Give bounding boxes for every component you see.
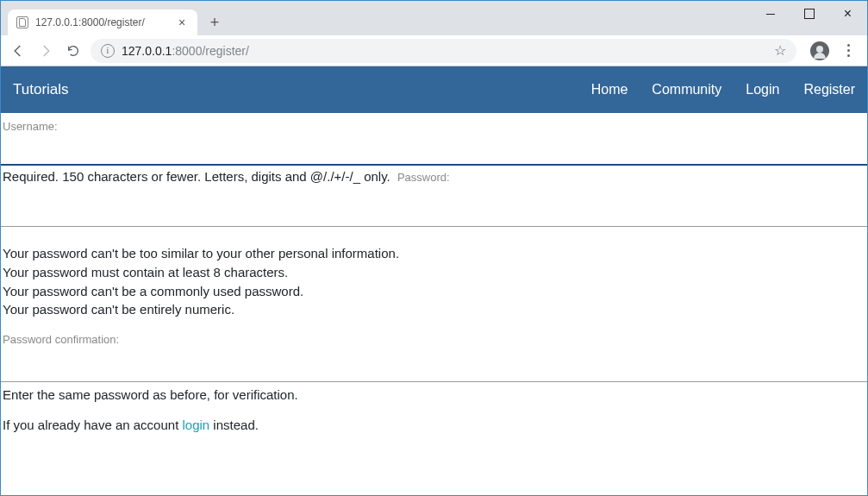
password-input[interactable] xyxy=(1,196,867,227)
browser-toolbar: i 127.0.0.1:8000/register/ ☆ xyxy=(1,35,867,66)
brand[interactable]: Tutorials xyxy=(13,81,69,98)
forward-button[interactable] xyxy=(35,41,56,61)
site-navbar: Tutorials Home Community Login Register xyxy=(1,66,867,113)
close-tab-icon[interactable]: × xyxy=(175,16,189,29)
nav-home[interactable]: Home xyxy=(591,82,628,97)
reload-button[interactable] xyxy=(63,41,84,61)
nav-community[interactable]: Community xyxy=(652,82,721,97)
site-info-icon[interactable]: i xyxy=(101,44,115,58)
login-link[interactable]: login xyxy=(182,418,209,432)
page-icon xyxy=(16,16,28,28)
maximize-button[interactable] xyxy=(790,1,828,27)
menu-icon[interactable] xyxy=(840,44,857,57)
close-window-button[interactable]: × xyxy=(828,1,867,27)
password-rule: Your password can't be a commonly used p… xyxy=(3,282,865,301)
title-bar: 127.0.0.1:8000/register/ × + × xyxy=(1,1,867,35)
nav-register[interactable]: Register xyxy=(803,82,855,97)
password-rules: Your password can't be too similar to yo… xyxy=(1,227,867,331)
page-content: Tutorials Home Community Login Register … xyxy=(1,66,867,495)
password-rule: Your password can't be entirely numeric. xyxy=(3,300,865,319)
password-confirm-help: Enter the same password as before, for v… xyxy=(1,382,867,407)
password-confirm-label: Password confirmation: xyxy=(1,331,867,348)
new-tab-button[interactable]: + xyxy=(203,10,227,35)
back-button[interactable] xyxy=(8,41,28,61)
address-bar[interactable]: i 127.0.0.1:8000/register/ ☆ xyxy=(91,39,796,63)
browser-tab[interactable]: 127.0.0.1:8000/register/ × xyxy=(8,9,197,35)
nav-login[interactable]: Login xyxy=(746,82,779,97)
url-text: 127.0.0.1:8000/register/ xyxy=(122,44,767,58)
tab-title: 127.0.0.1:8000/register/ xyxy=(35,16,168,28)
minimize-button[interactable] xyxy=(751,1,790,27)
password-confirm-input[interactable] xyxy=(1,351,867,382)
username-label: Username: xyxy=(1,118,867,135)
password-rule: Your password must contain at least 8 ch… xyxy=(3,263,865,282)
username-help: Required. 150 characters or fewer. Lette… xyxy=(1,166,867,187)
profile-icon[interactable] xyxy=(810,41,829,60)
already-have-account: If you already have an account login ins… xyxy=(1,407,867,443)
username-input[interactable] xyxy=(1,135,867,166)
password-rule: Your password can't be too similar to yo… xyxy=(3,244,865,263)
password-label: Password: xyxy=(397,171,450,184)
bookmark-icon[interactable]: ☆ xyxy=(774,42,786,59)
